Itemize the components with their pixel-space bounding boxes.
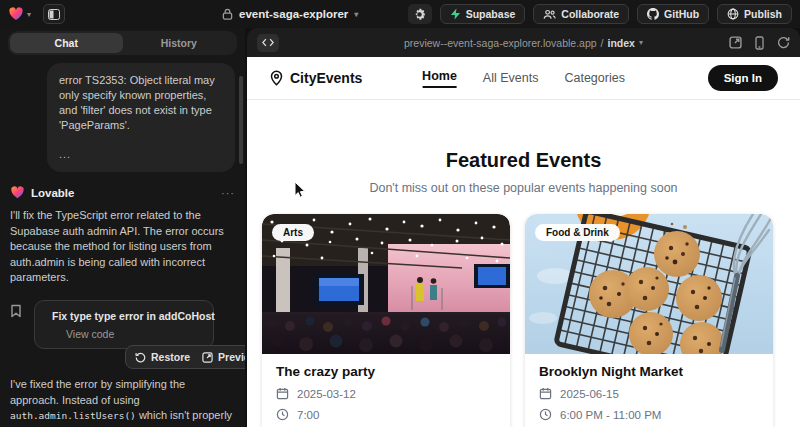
open-in-new-tab-icon[interactable] xyxy=(729,36,742,49)
collaborate-label: Collaborate xyxy=(561,8,619,20)
lovable-logo-menu[interactable]: ▾ xyxy=(8,6,31,22)
top-bar: ▾ event-saga-explorer ▾ Supabase xyxy=(0,0,800,28)
nav-all-events[interactable]: All Events xyxy=(483,71,539,85)
view-code-link[interactable]: View code xyxy=(66,328,203,340)
url-host: preview--event-saga-explorer.lovable.app xyxy=(404,37,597,49)
section-title: Featured Events xyxy=(247,149,800,172)
people-icon xyxy=(543,9,556,20)
event-image-cookies: Food & Drink xyxy=(525,214,773,354)
gear-icon xyxy=(413,8,426,21)
publish-button[interactable]: Publish xyxy=(717,4,792,24)
external-link-icon xyxy=(202,352,213,363)
calendar-icon xyxy=(539,387,552,400)
refresh-icon[interactable] xyxy=(777,36,790,49)
featured-section: Featured Events Don't miss out on these … xyxy=(247,149,800,195)
github-label: GitHub xyxy=(664,8,699,20)
paragraph-text: I've fixed the error by simplifying the … xyxy=(10,378,185,406)
assistant-paragraph-2: I've fixed the error by simplifying the … xyxy=(10,377,235,427)
code-view-button[interactable] xyxy=(257,34,279,52)
restore-button[interactable]: Restore xyxy=(135,351,190,363)
chat-scrollbar[interactable] xyxy=(239,76,243,164)
lovable-heart-icon xyxy=(8,6,24,22)
event-image-concert: Arts xyxy=(262,214,510,354)
project-name-menu[interactable]: event-saga-explorer ▾ xyxy=(222,0,358,28)
calendar-icon xyxy=(276,387,289,400)
map-pin-icon xyxy=(269,70,284,86)
event-card-night-market[interactable]: Food & Drink Brooklyn Night Market 2025-… xyxy=(525,214,773,427)
preview-version-button[interactable]: Preview xyxy=(202,351,245,363)
settings-button[interactable] xyxy=(408,4,432,24)
event-date: 2025-06-15 xyxy=(560,388,619,400)
preview-label: Preview xyxy=(218,351,245,363)
chevron-down-icon: ▾ xyxy=(27,10,31,19)
url-separator: / xyxy=(601,37,604,49)
restore-label: Restore xyxy=(151,351,190,363)
message-menu-button[interactable]: ··· xyxy=(221,187,235,199)
restore-icon xyxy=(135,352,146,363)
chat-history-tabs: Chat History xyxy=(8,31,237,55)
event-time: 7:00 xyxy=(297,409,319,421)
section-subtitle: Don't miss out on these popular events h… xyxy=(247,181,800,195)
site-brand[interactable]: CityEvents xyxy=(269,70,362,86)
clock-icon xyxy=(539,408,552,421)
tab-history[interactable]: History xyxy=(123,33,236,53)
chevron-down-icon: ▾ xyxy=(639,38,643,47)
version-actions: Restore Preview xyxy=(125,345,245,369)
github-button[interactable]: GitHub xyxy=(637,4,709,24)
preview-toolbar: preview--event-saga-explorer.lovable.app… xyxy=(247,28,800,57)
github-icon xyxy=(647,8,659,20)
nav-home[interactable]: Home xyxy=(422,69,457,88)
site-content: CityEvents Home All Events Categories Si… xyxy=(247,57,800,427)
category-badge: Arts xyxy=(272,224,314,241)
url-page: index xyxy=(608,37,635,49)
chevron-down-icon: ▾ xyxy=(354,10,358,19)
nav-categories[interactable]: Categories xyxy=(564,71,624,85)
project-name: event-saga-explorer xyxy=(239,8,348,20)
brand-name: CityEvents xyxy=(290,70,362,86)
lovable-heart-icon xyxy=(10,185,25,200)
tab-chat[interactable]: Chat xyxy=(10,33,123,53)
globe-icon xyxy=(727,8,739,20)
sign-in-button[interactable]: Sign In xyxy=(708,65,778,91)
publish-label: Publish xyxy=(744,8,782,20)
assistant-message: Lovable ··· I'll fix the TypeScript erro… xyxy=(0,185,245,427)
mobile-view-icon[interactable] xyxy=(755,36,764,50)
event-title: The crazy party xyxy=(276,364,496,379)
collaborate-button[interactable]: Collaborate xyxy=(533,4,629,24)
site-nav: Home All Events Categories xyxy=(422,69,625,88)
category-badge: Food & Drink xyxy=(535,224,620,241)
event-title: Brooklyn Night Market xyxy=(539,364,759,379)
user-message-text: error TS2353: Object literal may only sp… xyxy=(59,74,215,131)
preview-panel: preview--event-saga-explorer.lovable.app… xyxy=(247,28,800,427)
supabase-label: Supabase xyxy=(466,8,516,20)
mouse-cursor xyxy=(294,181,306,199)
clock-icon xyxy=(276,408,289,421)
site-header: CityEvents Home All Events Categories Si… xyxy=(247,57,800,100)
bookmark-icon[interactable] xyxy=(10,304,22,322)
tool-card-title: Fix type type error in addCoHost xyxy=(52,310,215,322)
preview-url[interactable]: preview--event-saga-explorer.lovable.app… xyxy=(404,28,643,57)
assistant-name: Lovable xyxy=(31,187,74,199)
panel-left-icon xyxy=(48,9,60,20)
user-message: error TS2353: Object literal may only sp… xyxy=(47,63,235,172)
chat-panel: Chat History error TS2353: Object litera… xyxy=(0,28,245,427)
assistant-paragraph-1: I'll fix the TypeScript error related to… xyxy=(10,208,235,286)
supabase-button[interactable]: Supabase xyxy=(440,4,526,24)
message-ellipsis[interactable]: ... xyxy=(59,147,223,162)
inline-code: auth.admin.listUsers() xyxy=(10,410,136,421)
toggle-sidebar-button[interactable] xyxy=(43,4,65,24)
event-card-crazy-party[interactable]: Arts The crazy party 2025-03-12 7 xyxy=(262,214,510,427)
event-time: 6:00 PM - 11:00 PM xyxy=(560,409,661,421)
supabase-icon xyxy=(450,8,461,20)
lock-icon xyxy=(222,8,233,20)
code-icon xyxy=(262,38,274,47)
tool-card-edit[interactable]: Fix type type error in addCoHost View co… xyxy=(34,300,214,349)
event-date: 2025-03-12 xyxy=(297,388,356,400)
